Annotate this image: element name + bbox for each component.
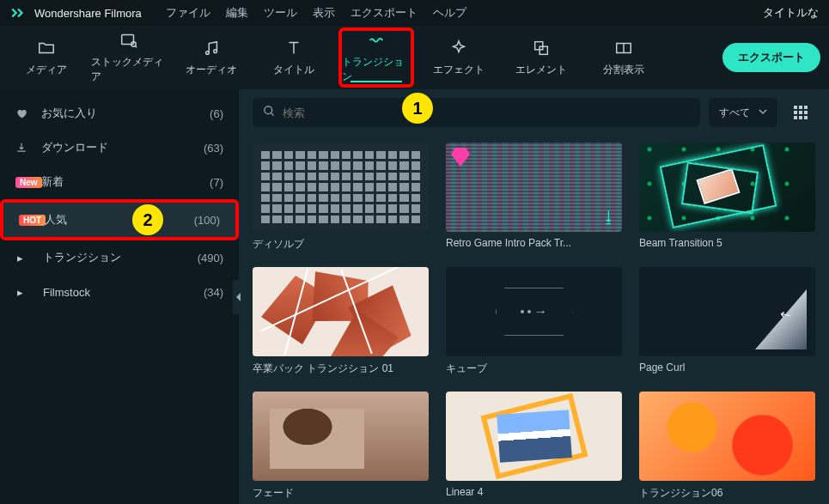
tab-effect[interactable]: エフェクト [421, 32, 497, 83]
svg-rect-10 [804, 106, 808, 109]
transition-card[interactable]: トランジション06 [639, 392, 815, 501]
sidebar-count: (100) [194, 214, 220, 227]
caret-right-icon: ▸ [17, 286, 34, 299]
menu-tools[interactable]: ツール [260, 3, 301, 22]
filter-label: すべて [719, 106, 750, 120]
sidebar-item-new[interactable]: New 新着 (7) [0, 165, 239, 199]
svg-rect-15 [799, 116, 802, 119]
download-icon [15, 142, 33, 154]
card-label: 卒業パック トランジション 01 [253, 361, 429, 376]
sidebar-count: (490) [198, 252, 223, 264]
svg-rect-5 [539, 46, 547, 54]
sparkle-icon [449, 39, 468, 58]
premium-icon [451, 148, 470, 167]
annotation-step-1: 1 [402, 93, 433, 124]
sidebar-item-favorites[interactable]: お気に入り (6) [0, 96, 239, 131]
thumbnail-fade [253, 392, 429, 481]
hot-badge: HOT [19, 215, 36, 226]
annotation-highlight-2: HOT 人気 (100) 2 [0, 199, 239, 240]
title-right-text: タイトルな [763, 5, 819, 21]
folder-icon [37, 39, 56, 58]
filter-dropdown[interactable]: すべて [709, 98, 777, 127]
tab-title[interactable]: タイトル [256, 32, 332, 83]
sidebar-item-download[interactable]: ダウンロード (63) [0, 131, 239, 165]
menu-view[interactable]: 表示 [309, 3, 338, 22]
card-label: フェード [253, 486, 429, 501]
card-label: Linear 4 [446, 486, 622, 498]
export-button[interactable]: エクスポート [722, 43, 820, 72]
search-input[interactable] [283, 106, 690, 119]
transition-card[interactable]: 卒業パック トランジション 01 [253, 267, 429, 376]
thumbnail-dissolve [253, 143, 429, 232]
svg-rect-9 [799, 106, 802, 109]
menu-file[interactable]: ファイル [162, 3, 214, 22]
search-row: すべて [239, 89, 829, 136]
card-label: Retro Game Intro Pack Tr... [446, 237, 622, 249]
menu-help[interactable]: ヘルプ [430, 3, 470, 22]
tab-media[interactable]: メディア [9, 32, 84, 83]
annotation-step-2: 2 [132, 204, 163, 235]
sidebar-label: トランジション [43, 250, 198, 265]
card-label: ディソルブ [253, 237, 429, 252]
grid-view-button[interactable] [786, 98, 815, 127]
svg-rect-14 [794, 116, 797, 119]
sidebar: お気に入り (6) ダウンロード (63) New 新着 (7) HOT 人気 … [0, 89, 239, 504]
transition-card[interactable]: ⭳ Retro Game Intro Pack Tr... [446, 143, 622, 252]
tab-label: メディア [26, 63, 67, 77]
svg-point-3 [214, 49, 217, 52]
sidebar-label: Filmstock [43, 286, 204, 299]
svg-rect-4 [535, 41, 543, 49]
tab-label: 分割表示 [603, 63, 644, 77]
app-name: Wondershare Filmora [34, 7, 142, 20]
transition-card[interactable]: ↖ Page Curl [639, 267, 815, 376]
menu-edit[interactable]: 編集 [222, 3, 252, 22]
thumbnail-transition06 [639, 392, 815, 481]
svg-rect-13 [804, 111, 808, 114]
tab-split-view[interactable]: 分割表示 [586, 32, 661, 83]
tab-label: トランジション [342, 55, 411, 84]
heart-icon [15, 107, 33, 119]
sidebar-item-filmstock[interactable]: ▸ Filmstock (34) [0, 275, 239, 309]
transition-card[interactable]: フェード [253, 392, 429, 501]
transition-card[interactable]: → キューブ [446, 267, 622, 376]
menu-export[interactable]: エクスポート [347, 3, 421, 22]
split-icon [614, 39, 633, 58]
content-panel: すべて ディソルブ ⭳ Retro Game Intro Pack Tr... … [239, 89, 829, 504]
title-bar: Wondershare Filmora ファイル 編集 ツール 表示 エクスポー… [0, 0, 829, 26]
tab-element[interactable]: エレメント [503, 32, 579, 83]
sidebar-count: (63) [204, 142, 223, 155]
transition-card[interactable]: Linear 4 [446, 392, 622, 501]
thumbnail-retro: ⭳ [446, 143, 622, 232]
tab-stock-media[interactable]: ストックメディア [91, 32, 167, 83]
sidebar-collapse-handle[interactable] [233, 280, 245, 314]
transition-card[interactable]: Beam Transition 5 [639, 143, 815, 252]
svg-rect-8 [794, 106, 797, 109]
search-box[interactable] [253, 98, 700, 127]
new-badge: New [15, 177, 33, 188]
sidebar-item-transition[interactable]: ▸ トランジション (490) [0, 240, 239, 275]
tab-label: エレメント [515, 63, 567, 77]
thumbnail-linear4 [446, 392, 622, 481]
thumbnail-beam [639, 143, 815, 232]
sidebar-item-popular[interactable]: HOT 人気 (100) [3, 203, 235, 237]
tab-label: エフェクト [433, 63, 485, 77]
sidebar-count: (6) [210, 107, 223, 120]
transition-icon [367, 31, 386, 50]
tab-audio[interactable]: オーディオ [174, 32, 249, 83]
music-icon [202, 39, 221, 58]
app-logo-icon [10, 5, 26, 21]
svg-rect-16 [804, 116, 808, 119]
tab-transition[interactable]: トランジション [338, 27, 414, 88]
image-search-icon [119, 31, 138, 50]
card-label: Beam Transition 5 [639, 237, 815, 249]
tab-label: タイトル [273, 63, 314, 77]
tab-label: オーディオ [186, 63, 237, 77]
transition-card[interactable]: ディソルブ [253, 143, 429, 252]
transition-grid: ディソルブ ⭳ Retro Game Intro Pack Tr... Beam… [239, 136, 829, 504]
sidebar-label: ダウンロード [41, 140, 204, 155]
main-toolbar: メディア ストックメディア オーディオ タイトル トランジション エフェクト エ… [0, 26, 829, 89]
chevron-down-icon [759, 106, 767, 118]
card-label: キューブ [446, 361, 622, 376]
main-area: お気に入り (6) ダウンロード (63) New 新着 (7) HOT 人気 … [0, 89, 829, 504]
download-indicator-icon: ⭳ [601, 209, 617, 227]
